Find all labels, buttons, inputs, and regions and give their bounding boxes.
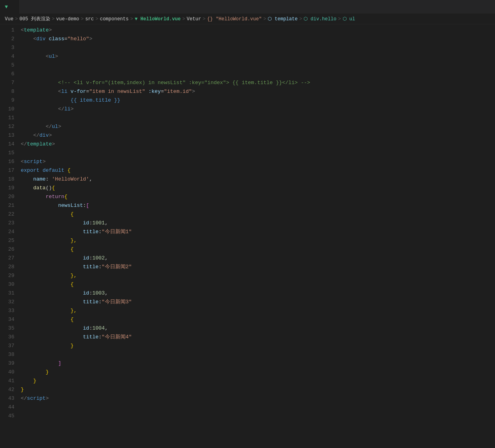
line-content[interactable]: },	[21, 236, 495, 245]
line-content[interactable]: {	[21, 210, 495, 219]
token: <	[21, 27, 24, 33]
code-line: 13 </div>	[0, 131, 495, 140]
line-content[interactable]: }	[21, 342, 495, 350]
token: ]	[58, 360, 61, 366]
code-line: 41 }	[0, 377, 495, 385]
line-content[interactable]	[21, 114, 495, 122]
line-content[interactable]	[21, 61, 495, 70]
token: ,	[89, 176, 93, 182]
line-content[interactable]: <div class="hello">	[21, 35, 495, 43]
token: name	[33, 176, 45, 182]
sep10: >	[338, 16, 341, 22]
token: id	[83, 220, 89, 226]
token	[21, 255, 83, 261]
tab-helloworld[interactable]: ▼	[0, 0, 20, 14]
token: }	[71, 343, 74, 349]
token: title	[83, 264, 99, 270]
line-content[interactable]: export default {	[21, 166, 495, 175]
line-content[interactable]	[21, 149, 495, 157]
line-content[interactable]: id:1003,	[21, 289, 495, 298]
token	[21, 299, 83, 305]
line-number: 42	[0, 385, 21, 394]
token	[21, 343, 71, 349]
sep3: >	[81, 16, 83, 22]
code-line: 38	[0, 350, 495, 359]
line-content[interactable]: </div>	[21, 131, 495, 140]
line-content[interactable]	[21, 70, 495, 79]
token	[21, 360, 58, 366]
line-content[interactable]: <li v-for="item in newsList" :key="item.…	[21, 87, 495, 96]
line-content[interactable]: }	[21, 368, 495, 377]
line-content[interactable]: </script>	[21, 394, 495, 403]
token: ()	[45, 185, 52, 191]
token: >	[192, 88, 195, 94]
token: </	[21, 124, 52, 130]
token: }	[33, 378, 36, 384]
line-content[interactable]: title:"今日新闻2"	[21, 263, 495, 271]
line-content[interactable]: data(){	[21, 184, 495, 193]
line-content[interactable]: }	[21, 385, 495, 394]
code-line: 22 {	[0, 210, 495, 219]
token: >	[89, 36, 93, 42]
line-content[interactable]: title:"今日新闻3"	[21, 298, 495, 307]
line-content[interactable]: id:1002,	[21, 254, 495, 263]
line-content[interactable]: {{ item.title }}	[21, 96, 495, 105]
token: >	[43, 159, 46, 165]
token: class	[49, 36, 64, 42]
line-number: 7	[0, 79, 21, 87]
breadcrumb-src: src	[85, 16, 94, 22]
token: v-for	[71, 88, 86, 94]
line-content[interactable]: <template>	[21, 26, 495, 35]
token	[21, 369, 45, 375]
token: "今日新闻2"	[102, 264, 132, 270]
line-content[interactable]: <!-- <li v-for="(item,index) in newsList…	[21, 79, 495, 87]
line-content[interactable]	[21, 350, 495, 359]
token: </	[21, 106, 64, 112]
token: newsList	[58, 202, 83, 208]
line-number: 9	[0, 96, 21, 105]
token: v-for="(item,index) in newsList" :key="i…	[83, 80, 288, 86]
token: title	[83, 229, 99, 235]
line-content[interactable]: </ul>	[21, 122, 495, 131]
code-line: 45	[0, 412, 495, 420]
line-content[interactable]	[21, 403, 495, 412]
line-content[interactable]: {	[21, 245, 495, 254]
line-number: 39	[0, 359, 21, 368]
line-content[interactable]: {	[21, 315, 495, 324]
line-content[interactable]: title:"今日新闻4"	[21, 333, 495, 342]
line-content[interactable]: id:1001,	[21, 219, 495, 228]
token: li	[288, 80, 295, 86]
line-number: 13	[0, 131, 21, 140]
line-content[interactable]: name: 'HelloWorld',	[21, 175, 495, 184]
line-content[interactable]: },	[21, 307, 495, 315]
line-content[interactable]	[21, 412, 495, 420]
token: > -->	[295, 80, 310, 86]
line-content[interactable]: },	[21, 271, 495, 280]
line-content[interactable]: title:"今日新闻1"	[21, 228, 495, 236]
token: <!-- <	[21, 80, 77, 86]
token: "item.id"	[164, 88, 192, 94]
line-content[interactable]: return{	[21, 193, 495, 201]
line-content[interactable]: newsList:[	[21, 201, 495, 210]
line-content[interactable]: </template>	[21, 140, 495, 149]
line-content[interactable]	[21, 43, 495, 52]
line-number: 10	[0, 105, 21, 114]
token: title	[83, 334, 99, 340]
code-line: 24 title:"今日新闻1"	[0, 228, 495, 236]
token	[21, 97, 71, 103]
line-content[interactable]: <ul>	[21, 52, 495, 61]
token: =	[64, 36, 67, 42]
breadcrumb-div-hello: ⬡ div.hello	[304, 16, 336, 22]
line-number: 26	[0, 245, 21, 254]
code-line: 33 },	[0, 307, 495, 315]
line-content[interactable]: id:1004,	[21, 324, 495, 333]
line-content[interactable]: <script>	[21, 157, 495, 166]
token: >	[55, 53, 58, 59]
token: ul	[52, 124, 58, 130]
line-content[interactable]: </li>	[21, 105, 495, 114]
line-content[interactable]: }	[21, 377, 495, 385]
line-content[interactable]: {	[21, 280, 495, 289]
token: >	[49, 27, 52, 33]
token: {	[71, 316, 74, 322]
line-content[interactable]: ]	[21, 359, 495, 368]
